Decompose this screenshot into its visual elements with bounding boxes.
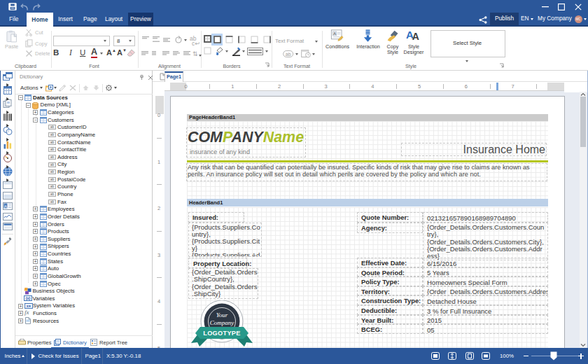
svg-text:ab: ab (286, 52, 291, 57)
svg-text:Company: Company (210, 319, 234, 326)
svg-text:LOGOTYPE: LOGOTYPE (203, 330, 240, 337)
svg-text:A: A (4, 204, 7, 208)
svg-text:Your: Your (216, 312, 228, 318)
svg-text:A: A (333, 31, 336, 36)
